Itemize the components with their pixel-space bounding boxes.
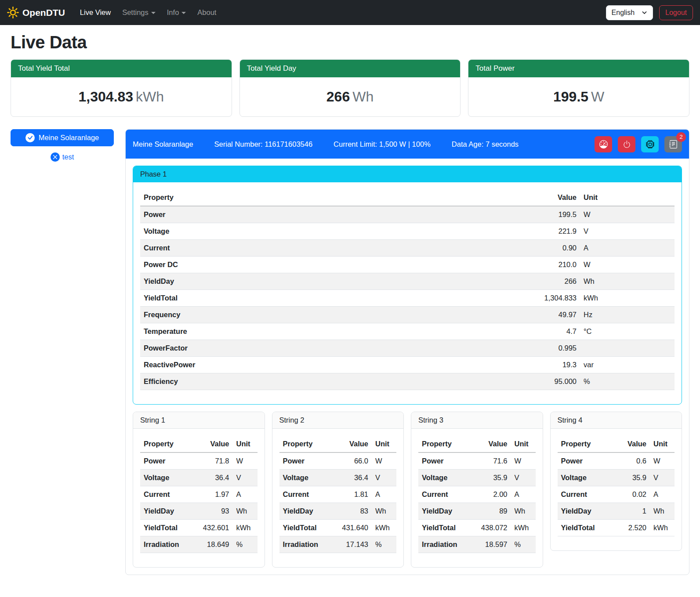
property-cell: Power [140,452,193,470]
power-control-button[interactable] [618,136,635,152]
brand-title: OpenDTU [22,7,65,18]
unit-cell: V [650,470,675,486]
logout-button[interactable]: Logout [659,5,693,20]
table-row: Irradiation18.597% [418,536,536,553]
unit-cell: A [650,486,675,503]
cpu-icon [646,140,654,148]
inverter-panel-body: Phase 1 Property Value Unit Power199.5WV… [126,159,689,575]
property-cell: Power [279,452,333,470]
unit-cell: V [372,470,396,486]
unit-cell: kWh [511,520,536,536]
value-cell: 35.9 [472,470,511,486]
language-select[interactable]: English [606,5,653,20]
gauge-icon [599,140,608,148]
value-cell: 71.8 [193,452,233,470]
value-cell: 1.81 [332,486,372,503]
event-log-button[interactable]: 2 [664,136,682,152]
unit-cell: Wh [372,503,396,520]
nav-item-info[interactable]: Info [163,5,191,20]
nav-item-live-view[interactable]: Live View [76,5,115,20]
unit-cell: Wh [511,503,536,520]
table-row: YieldDay266Wh [140,273,675,290]
unit-cell: °C [580,323,675,340]
table-row: Efficiency95.000% [140,373,675,390]
table-row: Irradiation18.649% [140,536,258,553]
value-cell: 17.143 [332,536,372,553]
unit-cell: kWh [372,520,396,536]
string-table: Property Value Unit Power66.0WVoltage36.… [279,436,397,553]
table-row: Irradiation17.143% [279,536,397,553]
nav-links: Live View Settings Info About [76,5,221,20]
value-cell: 210.0 [527,257,580,273]
phase-table: Property Value Unit Power199.5WVoltage22… [140,189,675,390]
table-row: Power0.6W [558,452,675,470]
value-cell: 0.02 [610,486,650,503]
total-yield-day-card: Total Yield Day 266Wh [239,59,461,117]
table-row: Current0.90A [140,240,675,257]
nav-item-label: Info [167,8,179,17]
property-cell: Current [558,486,611,503]
unit-cell: var [580,357,675,373]
card-title: Total Power [468,60,689,77]
value-number: 266 [326,89,350,105]
property-cell: YieldDay [558,503,611,520]
inverter-item-test[interactable]: test [51,152,74,162]
language-value: English [612,9,635,17]
table-row: Voltage35.9V [558,470,675,486]
unit-cell: Wh [650,503,675,520]
unit-cell: A [511,486,536,503]
value-cell: 199.5 [527,206,580,223]
unit-cell: Hz [580,307,675,323]
property-cell: Power DC [140,257,527,273]
unit-cell: V [233,470,258,486]
column-header-property: Property [279,436,333,452]
column-header-property: Property [140,436,193,452]
nav-item-settings[interactable]: Settings [118,5,160,20]
string-3-card: String 3 Property Value Unit Power71.6WV… [411,412,543,568]
inverter-panel: Meine Solaranlage Serial Number: 1161716… [125,129,689,575]
property-cell: Voltage [279,470,333,486]
unit-cell: % [580,373,675,390]
phase-title: Phase 1 [133,166,682,182]
value-cell: 4.7 [527,323,580,340]
value-cell: 71.6 [472,452,511,470]
value-cell: 19.3 [527,357,580,373]
value-cell: 0.6 [610,452,650,470]
value-cell: 221.9 [527,223,580,240]
inverter-select-button[interactable]: Meine Solaranlage [11,129,114,146]
card-value: 1,304.83kWh [11,77,232,116]
string-table: Property Value Unit Power0.6WVoltage35.9… [558,436,675,536]
navbar: OpenDTU Live View Settings Info About En… [0,0,700,25]
property-cell: Current [279,486,333,503]
column-header-unit: Unit [372,436,396,452]
string-table: Property Value Unit Power71.6WVoltage35.… [418,436,536,553]
table-row: Voltage36.4V [279,470,397,486]
device-info-button[interactable] [641,136,659,152]
table-row: Current2.00A [418,486,536,503]
property-cell: Power [418,452,472,470]
value-cell: 18.649 [193,536,233,553]
value-cell: 18.597 [472,536,511,553]
table-row: YieldTotal432.601kWh [140,520,258,536]
card-title: Total Yield Day [240,60,461,77]
table-row: Voltage36.4V [140,470,258,486]
property-cell: YieldTotal [418,520,472,536]
string-title: String 2 [272,412,404,429]
nav-item-about[interactable]: About [193,5,221,20]
value-cell: 83 [332,503,372,520]
property-cell: YieldDay [140,273,527,290]
limit-settings-button[interactable] [595,136,612,152]
table-row: YieldTotal431.640kWh [279,520,397,536]
inverter-data-age: Data Age: 7 seconds [452,140,519,148]
brand-link[interactable]: OpenDTU [7,7,65,18]
table-row: Power71.6W [418,452,536,470]
table-header-row: Property Value Unit [140,436,258,452]
value-cell: 431.640 [332,520,372,536]
table-row: Frequency49.97Hz [140,307,675,323]
card-title: Total Yield Total [11,60,232,77]
strings-grid: String 1 Property Value Unit Power71.8WV… [133,412,682,568]
sun-icon [7,7,19,18]
unit-cell: % [511,536,536,553]
value-cell: 0.90 [527,240,580,257]
column-header-unit: Unit [650,436,675,452]
